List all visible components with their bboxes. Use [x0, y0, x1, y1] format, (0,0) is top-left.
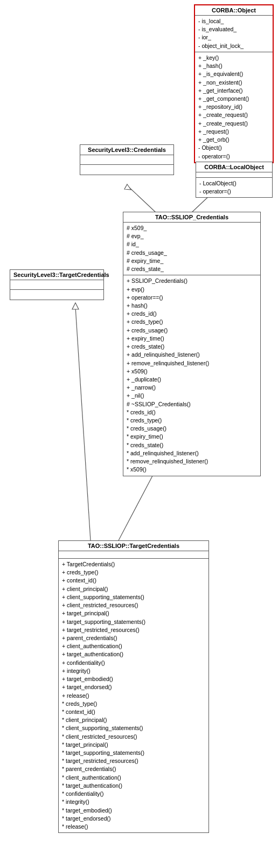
attr-item: # id_ [127, 240, 257, 248]
tao-ssliop-targetcredentials-box: TAO::SSLIOP::TargetCredentials + TargetC… [58, 540, 209, 833]
method-item: + operator==() [127, 294, 257, 302]
method-item: - Object() [198, 144, 269, 152]
method-item: + x509() [127, 367, 257, 376]
method-item: * expiry_time() [127, 433, 257, 441]
attr-item: # x509_ [127, 224, 257, 232]
method-item: + add_relinquished_listener() [127, 351, 257, 359]
method-item: + _duplicate() [127, 376, 257, 384]
security-credentials-attrs [80, 155, 173, 165]
method-item: + _key() [198, 54, 269, 62]
method-item: * client_supporting_statements() [62, 724, 205, 732]
method-item: + parent_credentials() [62, 634, 205, 642]
method-item: * client_restricted_resources() [62, 733, 205, 741]
attr-item: - is_evaluated_ [198, 25, 269, 33]
svg-line-8 [75, 307, 91, 540]
svg-marker-5 [124, 184, 131, 190]
method-item: + SSLIOP_Credentials() [127, 277, 257, 285]
method-item: + _narrow() [127, 384, 257, 392]
attr-item: - object_init_lock_ [198, 42, 269, 50]
tao-ssliop-targetcredentials-methods: + TargetCredentials() + creds_type() + c… [59, 559, 208, 832]
svg-line-4 [129, 188, 156, 213]
method-item: + integrity() [62, 667, 205, 675]
method-item: # ~SSLIOP_Credentials() [127, 400, 257, 408]
method-item: * target_embodied() [62, 807, 205, 815]
attr-item: # evp_ [127, 232, 257, 240]
method-item: + target_principal() [62, 609, 205, 617]
attr-item: # expiry_time_ [127, 257, 257, 265]
security-credentials-title: SecurityLevel3::Credentials [80, 145, 173, 155]
method-item: + creds_type() [62, 568, 205, 577]
method-item: + target_endorsed() [62, 683, 205, 691]
method-item: + client_supporting_statements() [62, 593, 205, 601]
method-item: + confidentiality() [62, 659, 205, 667]
method-item: + creds_state() [127, 343, 257, 351]
method-item: + _non_existent() [198, 79, 269, 87]
tao-ssliop-credentials-attrs: # x509_ # evp_ # id_ # creds_usage_ # ex… [123, 223, 260, 275]
security-targetcredentials-title: SecurityLevel3::TargetCredentials [10, 270, 103, 280]
method-item: * confidentiality() [62, 790, 205, 798]
method-item: + evp() [127, 286, 257, 294]
attr-item: # creds_state_ [127, 265, 257, 273]
method-item: + expiry_time() [127, 335, 257, 343]
attr-item: # creds_usage_ [127, 249, 257, 257]
tao-ssliop-credentials-box: TAO::SSLIOP_Credentials # x509_ # evp_ #… [123, 212, 261, 476]
method-item: + target_authentication() [62, 650, 205, 658]
method-item: + creds_usage() [127, 327, 257, 335]
method-item: - operator=() [199, 188, 269, 196]
method-item: - LocalObject() [199, 179, 269, 188]
method-item: * parent_credentials() [62, 765, 205, 773]
security-targetcredentials-attrs [10, 280, 103, 290]
method-item: * creds_state() [127, 441, 257, 449]
method-item: * target_restricted_resources() [62, 757, 205, 765]
method-item: * target_supporting_statements() [62, 749, 205, 757]
corba-localobject-box: CORBA::LocalObject - LocalObject() - ope… [196, 162, 273, 198]
method-item: * target_authentication() [62, 782, 205, 790]
method-item: + _repository_id() [198, 103, 269, 111]
method-item: + client_restricted_resources() [62, 601, 205, 609]
svg-line-6 [119, 469, 156, 540]
method-item: + client_principal() [62, 585, 205, 593]
tao-ssliop-targetcredentials-attrs [59, 551, 208, 559]
corba-localobject-attrs [196, 172, 272, 178]
corba-object-title: CORBA::Object [195, 5, 273, 16]
method-item: + _create_request() [198, 120, 269, 128]
method-item: + _nil() [127, 392, 257, 400]
method-item: + TargetCredentials() [62, 560, 205, 568]
security-targetcredentials-methods [10, 290, 103, 300]
corba-object-methods: + _key() + _hash() + _is_equivalent() + … [195, 52, 273, 162]
method-item: * release() [62, 823, 205, 831]
method-item: + hash() [127, 302, 257, 310]
method-item: * add_relinquished_listener() [127, 449, 257, 457]
security-credentials-methods [80, 165, 173, 175]
method-item: + _is_equivalent() [198, 70, 269, 78]
method-item: + remove_relinquished_listener() [127, 359, 257, 367]
corba-object-attributes: - is_local_ - is_evaluated_ - ior_ - obj… [195, 16, 273, 52]
uml-diagram: CORBA::Object - is_local_ - is_evaluated… [0, 0, 278, 868]
tao-ssliop-credentials-methods: + SSLIOP_Credentials() + evp() + operato… [123, 275, 260, 475]
corba-localobject-title: CORBA::LocalObject [196, 162, 272, 172]
attr-item: - ior_ [198, 33, 269, 41]
method-item: + target_restricted_resources() [62, 626, 205, 634]
method-item: + client_authentication() [62, 642, 205, 650]
security-targetcredentials-box: SecurityLevel3::TargetCredentials [10, 269, 104, 300]
method-item: + _get_component() [198, 95, 269, 103]
method-item: + target_supporting_statements() [62, 618, 205, 626]
attr-item: - is_local_ [198, 17, 269, 25]
corba-object-box: CORBA::Object - is_local_ - is_evaluated… [194, 4, 274, 163]
method-item: + _create_request() [198, 111, 269, 119]
corba-localobject-methods: - LocalObject() - operator=() [196, 178, 272, 197]
method-item: + _get_interface() [198, 87, 269, 95]
method-item: * client_authentication() [62, 774, 205, 782]
method-item: + _request() [198, 128, 269, 136]
method-item: + creds_id() [127, 310, 257, 318]
method-item: + _get_orb() [198, 136, 269, 144]
tao-ssliop-credentials-title: TAO::SSLIOP_Credentials [123, 212, 260, 223]
method-item: + creds_type() [127, 318, 257, 326]
method-item: * integrity() [62, 798, 205, 806]
method-item: - operator=() [198, 152, 269, 161]
method-item: + target_embodied() [62, 675, 205, 683]
svg-marker-9 [72, 303, 79, 309]
method-item: * creds_id() [127, 408, 257, 416]
method-item: * x509() [127, 466, 257, 474]
method-item: * creds_type() [62, 700, 205, 708]
